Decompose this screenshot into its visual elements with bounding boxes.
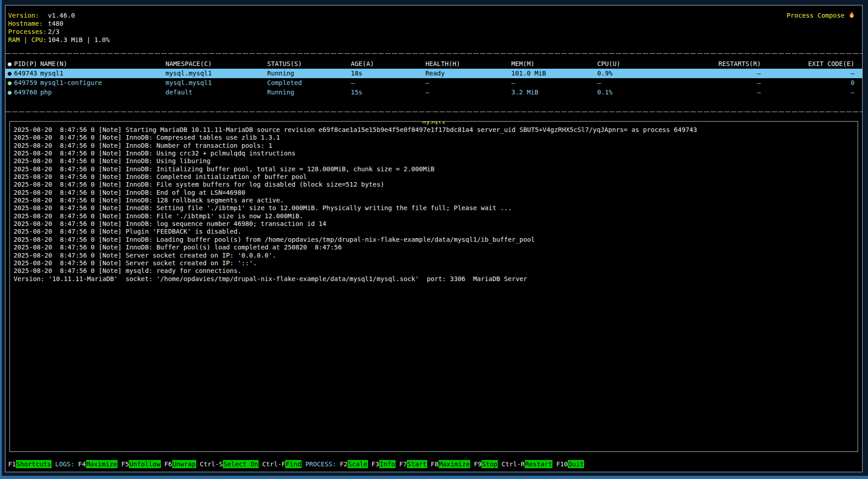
header-pane: Version: v1.46.0 Hostname: t480 Processe… (5, 5, 862, 53)
cell-exit-code: – (761, 69, 854, 78)
cell-health: – (425, 78, 511, 88)
version-label: Version: (8, 11, 48, 19)
shortcut-action: Select On (223, 460, 259, 468)
header-field-version: Version: v1.46.0 (8, 11, 856, 19)
col-header-status[interactable]: STATUS(S) (267, 59, 351, 69)
processes-value: 2/3 (48, 28, 60, 36)
col-header-exit-code[interactable]: EXIT CODE(E) (761, 59, 854, 69)
log-line: 2025-08-20 8:47:56 0 [Note] InnoDB: File… (14, 212, 854, 220)
shortcut-key: F4 (78, 460, 86, 468)
log-viewer[interactable]: mysql1 2025-08-20 8:47:56 0 [Note] Start… (9, 121, 858, 452)
terminal-edge-left (0, 0, 2, 479)
shortcut-info[interactable]: F3Info (372, 460, 396, 468)
shortcut-restart[interactable]: Ctrl-RRestart (501, 460, 552, 468)
shortcut-shortcuts[interactable]: F1Shortcuts (8, 460, 52, 468)
col-header-name[interactable]: NAME(N) (40, 59, 165, 69)
log-line: 2025-08-20 8:47:56 0 [Note] Server socke… (14, 259, 854, 267)
shortcut-key: F1 (8, 460, 16, 468)
cell-mem: – (511, 78, 597, 88)
shortcut-action: Unfollow (129, 460, 160, 468)
col-header-mem[interactable]: MEM(M) (511, 59, 597, 69)
shortcut-key: F7 (399, 460, 407, 468)
shortcut-unfollow[interactable]: F5Unfollow (121, 460, 160, 468)
header-field-processes: Processes: 2/3 (8, 28, 856, 36)
status-bullet-icon (8, 69, 14, 78)
shortcut-stop[interactable]: F9Stop (474, 460, 498, 468)
table-row-mysql1-configure[interactable]: 649759 mysql1-configure mysql.mysql1 Com… (5, 78, 862, 88)
shortcut-unwrap[interactable]: F6Unwrap (165, 460, 196, 468)
cell-pid: 649759 (14, 78, 40, 88)
cell-restarts: – (674, 88, 761, 97)
app-title-text: Process Compose (787, 11, 844, 19)
shortcut-key: F5 (121, 460, 129, 468)
table-row-mysql1[interactable]: 649743 mysql1 mysql.mysql1 Running 18s R… (5, 69, 862, 78)
cell-status: Running (267, 69, 351, 78)
shortcut-key: Ctrl-F (262, 460, 285, 468)
log-line: 2025-08-20 8:47:56 0 [Note] InnoDB: Comp… (14, 134, 854, 141)
shortcut-key: Ctrl-S (200, 460, 223, 468)
cell-mem: 3.2 MiB (511, 88, 597, 97)
shortcut-scale[interactable]: F2Scale (340, 460, 368, 468)
col-header-health[interactable]: HEALTH(H) (425, 59, 511, 69)
process-table: PID(P) NAME(N) NAMESPACE(C) STATUS(S) AG… (5, 54, 862, 112)
log-line: 2025-08-20 8:47:56 0 [Note] InnoDB: Load… (14, 236, 854, 244)
log-line: 2025-08-20 8:47:56 0 [Note] mysqld: read… (14, 267, 854, 275)
shortcut-process-maximize[interactable]: F8Maximize (431, 460, 470, 468)
col-header-namespace[interactable]: NAMESPACE(C) (165, 59, 267, 69)
col-header-age[interactable]: AGE(A) (351, 59, 425, 69)
log-line: 2025-08-20 8:47:56 0 [Note] InnoDB: log … (14, 220, 854, 228)
version-value: v1.46.0 (48, 11, 75, 19)
shortcut-action: Shortcuts (16, 460, 52, 468)
cell-exit-code: – (761, 88, 854, 97)
log-line: 2025-08-20 8:47:56 0 [Note] InnoDB: Sett… (14, 204, 854, 212)
header-field-ram-cpu: RAM | CPU: 104.3 MiB | 1.0% (8, 36, 856, 44)
status-bullet-icon (8, 78, 14, 88)
shortcut-action: Scale (348, 460, 368, 468)
cell-health: Ready (425, 69, 511, 78)
table-row-php[interactable]: 649760 php default Running 15s – 3.2 MiB… (5, 88, 862, 97)
shortcut-key: F9 (474, 460, 481, 468)
shortcut-action: Start (407, 460, 427, 468)
hostname-label: Hostname: (8, 19, 48, 28)
ram-cpu-value: 104.3 MiB | 1.0% (48, 36, 110, 44)
shortcut-quit[interactable]: F10Quit (556, 460, 584, 468)
cell-namespace: mysql.mysql1 (165, 69, 267, 78)
ram-cpu-label: RAM | CPU: (8, 36, 48, 44)
shortcut-start[interactable]: F7Start (399, 460, 427, 468)
log-line: 2025-08-20 8:47:56 0 [Note] InnoDB: File… (14, 181, 854, 188)
cell-name: mysql1-configure (40, 78, 165, 88)
shortcut-action: Maximize (86, 460, 118, 468)
shortcut-bar: F1Shortcuts LOGS: F4Maximize F5Unfollow … (5, 457, 862, 472)
shortcut-find[interactable]: Ctrl-FFind (262, 460, 302, 468)
log-line: 2025-08-20 8:47:56 0 [Note] Server socke… (14, 252, 854, 259)
cell-name: mysql1 (40, 69, 165, 78)
terminal-edge-bottom (0, 476, 868, 479)
col-header-pid[interactable]: PID(P) (14, 59, 40, 69)
shortcut-select-on[interactable]: Ctrl-SSelect On (200, 460, 259, 468)
hostname-value: t480 (48, 19, 63, 28)
cell-cpu: 0.9% (597, 69, 674, 78)
cell-name: php (40, 88, 165, 97)
log-line: 2025-08-20 8:47:56 0 [Note] InnoDB: End … (14, 189, 854, 197)
log-line: 2025-08-20 8:47:56 0 [Note] InnoDB: Comp… (14, 173, 854, 181)
shortcut-action: Info (379, 460, 396, 468)
shortcut-key: F6 (165, 460, 172, 468)
shortcut-action: Unwrap (172, 460, 196, 468)
cell-restarts: – (674, 69, 761, 78)
status-bullet-icon (8, 88, 14, 97)
shortcut-logs-maximize[interactable]: F4Maximize (78, 460, 118, 468)
col-header-restarts[interactable]: RESTARTS(R) (674, 59, 761, 69)
log-line: 2025-08-20 8:47:56 0 [Note] InnoDB: Init… (14, 165, 854, 173)
header-field-hostname: Hostname: t480 (8, 19, 856, 28)
cell-age: – (351, 78, 425, 88)
cell-age: 15s (351, 88, 425, 97)
log-line: 2025-08-20 8:47:56 0 [Note] Plugin 'FEED… (14, 228, 854, 235)
shortcut-key: F8 (431, 460, 439, 468)
cell-age: 18s (351, 69, 425, 78)
col-header-cpu[interactable]: CPU(U) (597, 59, 674, 69)
cell-pid: 649760 (14, 88, 40, 97)
cell-mem: 101.0 MiB (511, 69, 597, 78)
logs-pane: mysql1 2025-08-20 8:47:56 0 [Note] Start… (5, 112, 862, 457)
cell-pid: 649743 (14, 69, 40, 78)
shortcut-action: Quit (568, 460, 584, 468)
